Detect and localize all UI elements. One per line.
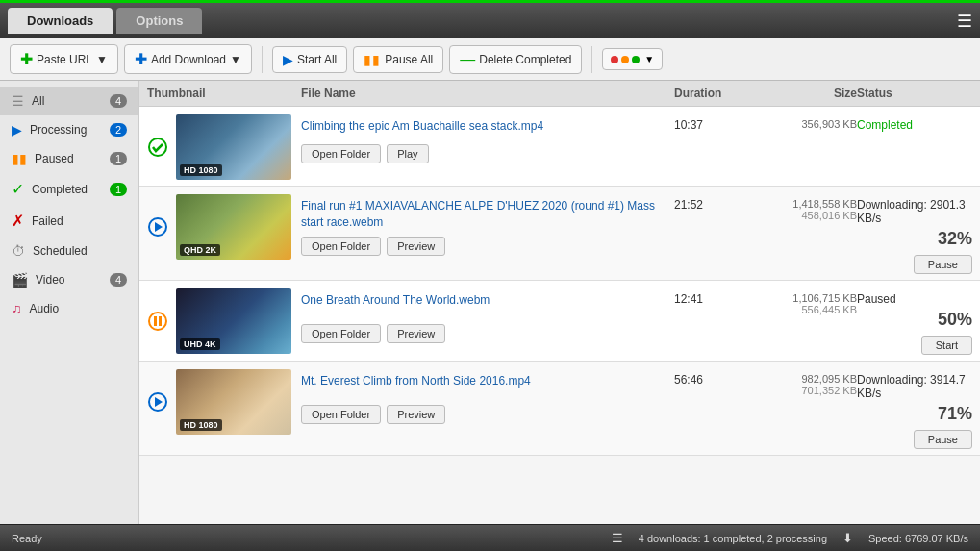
sidebar-item-all[interactable]: ☰ All 4: [0, 87, 138, 115]
svg-marker-2: [155, 222, 163, 232]
dropdown-arrow-icon2: ▼: [230, 53, 241, 66]
ctrl-btn-4[interactable]: Pause: [914, 430, 972, 449]
status-icon-4: [147, 391, 168, 413]
status-cell-3: Paused 50% Start: [857, 288, 972, 355]
open-folder-btn-2[interactable]: Open Folder: [301, 237, 381, 256]
size-cell-1: 356,903 KB: [761, 114, 857, 130]
sidebar-item-completed[interactable]: ✓ Completed 1: [0, 173, 138, 205]
clock-icon: ⏱: [12, 243, 25, 259]
tab-downloads-label: Downloads: [27, 13, 93, 28]
open-folder-btn-4[interactable]: Open Folder: [301, 405, 381, 424]
dots-arrow: ▼: [644, 54, 654, 64]
duration-4: 56:46: [674, 369, 761, 387]
sidebar-item-scheduled[interactable]: ⏱ Scheduled: [0, 237, 138, 265]
start-all-button[interactable]: ▶ Start All: [272, 46, 347, 73]
progress-4: 71%: [857, 404, 972, 424]
dot-orange: [621, 56, 629, 63]
delete-completed-button[interactable]: — Delete Completed: [449, 45, 582, 74]
preview-btn-3[interactable]: Preview: [387, 324, 445, 343]
progress-2: 32%: [857, 229, 972, 249]
sidebar-label-scheduled: Scheduled: [33, 244, 88, 258]
sidebar-badge-processing: 2: [110, 123, 127, 137]
download-item-1: HD 1080 Climbing the epic Am Buachaille …: [139, 107, 980, 187]
content-area: Thumbnail File Name Duration Size Status…: [139, 81, 980, 524]
sidebar-item-audio[interactable]: ♫ Audio: [0, 294, 138, 323]
dot-green: [632, 56, 640, 63]
size-total-2: 1,418,558 KB: [761, 198, 857, 210]
status-label-4: Downloading: 3914.7 KB/s: [857, 373, 966, 400]
size-partial-3: 556,445 KB: [761, 304, 857, 315]
plus-icon: ✚: [20, 50, 33, 68]
ctrl-btn-3[interactable]: Start: [921, 336, 972, 355]
thumb-cell-2: QHD 2K: [147, 194, 301, 260]
dot-red: [611, 56, 618, 63]
check-circle-icon: ✓: [12, 180, 24, 198]
preview-btn-2[interactable]: Preview: [387, 237, 445, 256]
toolbar-separator-1: [262, 46, 263, 73]
size-total-4: 982,095 KB: [761, 373, 857, 385]
size-cell-3: 1,106,715 KB 556,445 KB: [761, 288, 857, 315]
col-filename: File Name: [301, 87, 674, 100]
download-item-2: QHD 2K Final run #1 MAXIAVALANCHE ALPE D…: [139, 187, 980, 281]
status-label-1: Completed: [857, 118, 913, 132]
file-info-4: Mt. Everest Climb from North Side 2016.m…: [301, 369, 674, 424]
sidebar-label-paused: Paused: [35, 152, 74, 165]
sidebar-label-failed: Failed: [32, 214, 63, 228]
downloading-icon-4: [148, 392, 167, 412]
add-icon: ✚: [135, 50, 147, 68]
paste-url-label: Paste URL: [37, 53, 92, 66]
sidebar: ☰ All 4 ▶ Processing 2 ▮▮ Paused 1 ✓ Com…: [0, 81, 139, 524]
size-total-1: 356,903 KB: [761, 118, 857, 130]
pause-all-button[interactable]: ▮▮ Pause All: [353, 46, 443, 73]
sidebar-label-all: All: [32, 94, 44, 108]
sidebar-item-video[interactable]: 🎬 Video 4: [0, 265, 138, 294]
sidebar-label-completed: Completed: [32, 183, 88, 196]
sidebar-label-audio: Audio: [30, 302, 60, 315]
svg-point-0: [149, 138, 166, 156]
open-folder-btn-3[interactable]: Open Folder: [301, 324, 381, 343]
speed-icon: ⬇: [842, 531, 853, 545]
more-options-button[interactable]: ▼: [602, 48, 663, 70]
sidebar-item-failed[interactable]: ✗ Failed: [0, 205, 138, 237]
play-btn-1[interactable]: Play: [387, 144, 428, 163]
action-buttons-2: Open Folder Preview: [301, 237, 666, 256]
badge-1: HD 1080: [180, 164, 222, 176]
toolbar-separator-2: [591, 46, 592, 73]
menu-icon[interactable]: ☰: [957, 11, 972, 32]
open-folder-btn-1[interactable]: Open Folder: [301, 144, 381, 163]
size-partial-2: 458,016 KB: [761, 210, 857, 221]
status-label-3: Paused: [857, 292, 896, 306]
pause-all-label: Pause All: [385, 53, 433, 66]
status-cell-4: Downloading: 3914.7 KB/s 71% Pause: [857, 369, 972, 449]
list-icon: ☰: [12, 93, 24, 109]
tab-downloads[interactable]: Downloads: [8, 8, 113, 34]
video-icon: 🎬: [12, 272, 28, 288]
status-label-2: Downloading: 2901.3 KB/s: [857, 198, 966, 225]
tab-options[interactable]: Options: [116, 8, 202, 34]
duration-1: 10:37: [674, 114, 761, 132]
sidebar-item-paused[interactable]: ▮▮ Paused 1: [0, 144, 138, 173]
speed-info: Speed: 6769.07 KB/s: [868, 533, 968, 544]
add-download-button[interactable]: ✚ Add Download ▼: [124, 44, 252, 74]
thumb-cell-4: HD 1080: [147, 369, 301, 435]
size-cell-4: 982,095 KB 701,352 KB: [761, 369, 857, 396]
col-status: Status: [857, 87, 972, 100]
svg-rect-5: [159, 316, 162, 326]
svg-marker-7: [155, 397, 163, 407]
ctrl-btn-2[interactable]: Pause: [914, 255, 972, 274]
sidebar-item-processing[interactable]: ▶ Processing 2: [0, 115, 138, 144]
pause-icon: ▮▮: [364, 52, 381, 67]
status-icon-1: [147, 137, 168, 158]
duration-2: 21:52: [674, 194, 761, 212]
file-info-2: Final run #1 MAXIAVALANCHE ALPE D'HUEZ 2…: [301, 194, 674, 256]
paste-url-button[interactable]: ✚ Paste URL ▼: [10, 44, 118, 74]
filename-3: One Breath Around The World.webm: [301, 292, 666, 309]
thumbnail-1: HD 1080: [176, 114, 291, 180]
file-info-1: Climbing the epic Am Buachaille sea stac…: [301, 114, 674, 163]
paused-icon-3: [148, 312, 167, 331]
preview-btn-4[interactable]: Preview: [387, 405, 445, 424]
thumbnail-2: QHD 2K: [176, 194, 291, 260]
sidebar-badge-video: 4: [110, 273, 127, 287]
dropdown-arrow-icon: ▼: [96, 53, 108, 66]
download-item-4: HD 1080 Mt. Everest Climb from North Sid…: [139, 362, 980, 456]
